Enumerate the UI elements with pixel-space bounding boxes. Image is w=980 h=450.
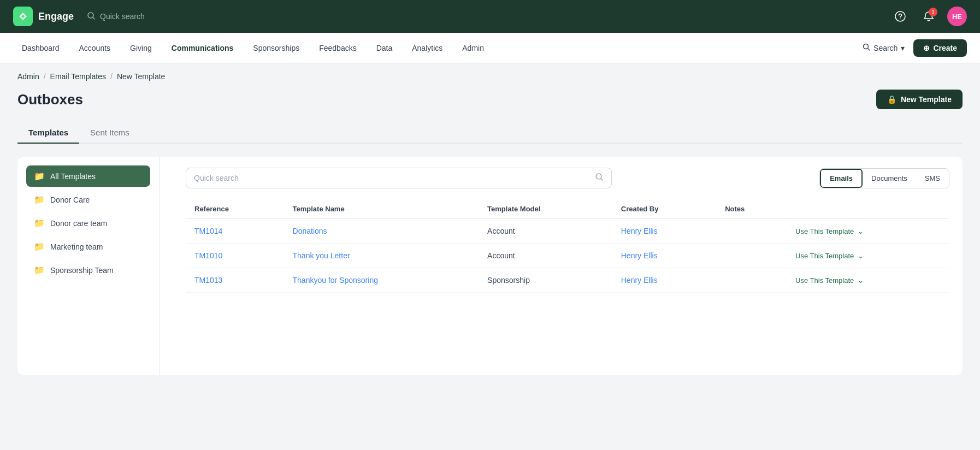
topbar: Engage Quick search 1 HE xyxy=(0,0,980,33)
template-name-thank-you[interactable]: Thank you Letter xyxy=(293,251,350,260)
created-by-henry-3[interactable]: Henry Ellis xyxy=(621,276,658,285)
sidebar-label-marketing-team: Marketing team xyxy=(50,242,103,251)
sidebar-item-donor-care-team[interactable]: 📁 Donor care team xyxy=(26,212,150,234)
avatar[interactable]: HE xyxy=(947,7,967,26)
template-model-account-1: Account xyxy=(479,219,612,244)
folder-icon: 📁 xyxy=(34,171,45,181)
table-row: TM1010 Thank you Letter Account Henry El… xyxy=(186,244,949,268)
sidebar: 📁 All Templates 📁 Donor Care 📁 Donor car… xyxy=(17,157,160,375)
sidebar-item-marketing-team[interactable]: 📁 Marketing team xyxy=(26,236,150,257)
sidebar-item-sponsorship-team[interactable]: 📁 Sponsorship Team xyxy=(26,259,150,281)
use-template-tm1010[interactable]: Use This Template ⌄ xyxy=(795,252,941,260)
breadcrumb-admin[interactable]: Admin xyxy=(17,72,39,81)
col-reference: Reference xyxy=(186,199,284,219)
filter-sms-btn[interactable]: SMS xyxy=(916,169,949,188)
new-template-label: New Template xyxy=(901,95,952,104)
sidebar-label-all-templates: All Templates xyxy=(50,172,96,181)
ref-tm1014[interactable]: TM1014 xyxy=(194,227,222,235)
folder-icon: 📁 xyxy=(34,241,45,252)
breadcrumb: Admin / Email Templates / New Template xyxy=(0,63,980,90)
breadcrumb-sep-2: / xyxy=(110,72,113,81)
nav-item-admin[interactable]: Admin xyxy=(453,40,493,56)
nav-search[interactable]: Search ▾ xyxy=(856,40,911,56)
notifications-button[interactable]: 1 xyxy=(919,7,938,26)
col-created-by: Created By xyxy=(612,199,716,219)
main-content: Outboxes 🔒 New Template Templates Sent I… xyxy=(0,90,980,393)
tab-sent-items[interactable]: Sent Items xyxy=(79,122,140,144)
svg-point-3 xyxy=(864,44,869,49)
template-name-donations[interactable]: Donations xyxy=(293,227,327,235)
filter-emails-btn[interactable]: Emails xyxy=(820,169,863,188)
sidebar-label-donor-care-team: Donor care team xyxy=(50,219,107,228)
create-plus-icon: ⊕ xyxy=(923,44,930,52)
topbar-actions: 1 HE xyxy=(890,7,967,26)
search-placeholder: Quick search xyxy=(100,12,145,21)
global-search[interactable]: Quick search xyxy=(87,11,890,22)
notes-3 xyxy=(716,268,787,293)
svg-point-2 xyxy=(900,19,901,20)
quick-search-input[interactable] xyxy=(194,174,591,182)
col-template-model: Template Model xyxy=(479,199,612,219)
template-model-account-2: Account xyxy=(479,244,612,268)
nav-item-giving[interactable]: Giving xyxy=(121,40,161,56)
nav-item-accounts[interactable]: Accounts xyxy=(70,40,120,56)
sidebar-item-donor-care[interactable]: 📁 Donor Care xyxy=(26,189,150,210)
navbar: Dashboard Accounts Giving Communications… xyxy=(0,33,980,63)
breadcrumb-sep-1: / xyxy=(44,72,46,81)
filter-documents-btn[interactable]: Documents xyxy=(863,169,916,188)
notes-1 xyxy=(716,219,787,244)
new-template-button[interactable]: 🔒 New Template xyxy=(876,90,963,109)
lock-icon: 🔒 xyxy=(887,95,896,104)
table-row: TM1014 Donations Account Henry Ellis Use… xyxy=(186,219,949,244)
app-logo[interactable]: Engage xyxy=(13,7,74,26)
created-by-henry-1[interactable]: Henry Ellis xyxy=(621,227,658,235)
col-notes: Notes xyxy=(716,199,787,219)
nav-item-analytics[interactable]: Analytics xyxy=(403,40,451,56)
tab-templates[interactable]: Templates xyxy=(17,122,79,144)
nav-item-dashboard[interactable]: Dashboard xyxy=(13,40,68,56)
table-row: TM1013 Thankyou for Sponsoring Sponsorsh… xyxy=(186,268,949,293)
table-container: Reference Template Name Template Model C… xyxy=(186,199,949,293)
search-box[interactable] xyxy=(186,168,612,188)
ref-tm1010[interactable]: TM1010 xyxy=(194,251,222,260)
templates-table: Reference Template Name Template Model C… xyxy=(186,199,949,293)
table-header-row: Reference Template Name Template Model C… xyxy=(186,199,949,219)
help-button[interactable] xyxy=(890,7,910,26)
nav-item-data[interactable]: Data xyxy=(368,40,402,56)
nav-item-feedbacks[interactable]: Feedbacks xyxy=(310,40,365,56)
type-filter: Emails Documents SMS xyxy=(819,168,949,188)
create-label: Create xyxy=(933,44,957,52)
folder-icon: 📁 xyxy=(34,218,45,228)
panel-top: Emails Documents SMS xyxy=(186,168,949,188)
logo-icon xyxy=(13,7,33,26)
nav-search-label: Search xyxy=(873,44,898,52)
created-by-henry-2[interactable]: Henry Ellis xyxy=(621,251,658,260)
folder-icon: 📁 xyxy=(34,194,45,205)
nav-item-communications[interactable]: Communications xyxy=(163,40,243,56)
notification-badge: 1 xyxy=(929,8,937,16)
content-area: 📁 All Templates 📁 Donor Care 📁 Donor car… xyxy=(17,157,963,375)
col-template-name: Template Name xyxy=(284,199,479,219)
search-icon xyxy=(87,11,96,22)
nav-search-chevron: ▾ xyxy=(901,44,905,52)
search-icon xyxy=(595,173,604,183)
app-name: Engage xyxy=(38,11,74,22)
folder-icon: 📁 xyxy=(34,265,45,275)
nav-item-sponsorships[interactable]: Sponsorships xyxy=(244,40,308,56)
create-button[interactable]: ⊕ Create xyxy=(913,39,967,57)
col-action xyxy=(787,199,949,219)
breadcrumb-email-templates[interactable]: Email Templates xyxy=(50,72,106,81)
use-template-tm1013[interactable]: Use This Template ⌄ xyxy=(795,276,941,285)
template-name-thankyou-sponsoring[interactable]: Thankyou for Sponsoring xyxy=(293,276,378,285)
ref-tm1013[interactable]: TM1013 xyxy=(194,276,222,285)
notes-2 xyxy=(716,244,787,268)
template-model-sponsorship: Sponsorship xyxy=(479,268,612,293)
use-template-tm1014[interactable]: Use This Template ⌄ xyxy=(795,227,941,235)
page-title: Outboxes xyxy=(17,91,83,108)
sidebar-item-all-templates[interactable]: 📁 All Templates xyxy=(26,165,150,187)
page-header: Outboxes 🔒 New Template xyxy=(17,90,963,109)
tabs: Templates Sent Items xyxy=(17,122,963,144)
nav-search-icon xyxy=(863,43,870,52)
sidebar-label-donor-care: Donor Care xyxy=(50,196,90,204)
breadcrumb-new-template: New Template xyxy=(117,72,165,81)
